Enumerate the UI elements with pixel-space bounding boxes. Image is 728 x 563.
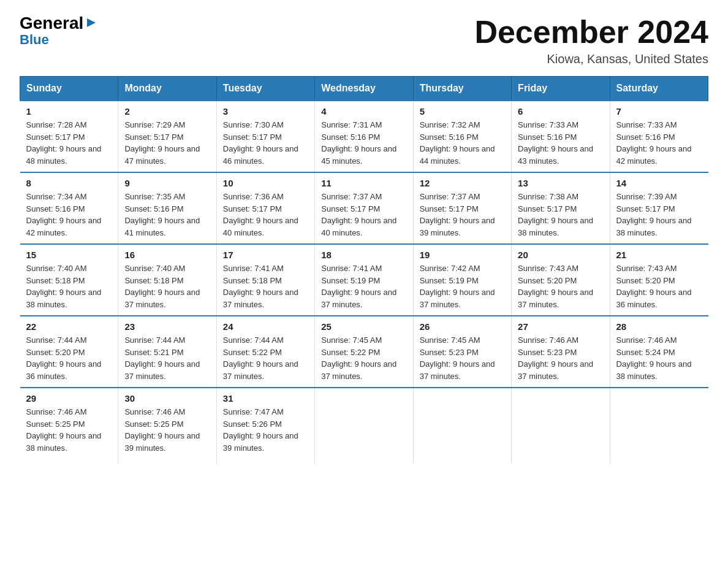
day-number: 29: [26, 393, 112, 404]
calendar-cell: 26 Sunrise: 7:45 AM Sunset: 5:23 PM Dayl…: [413, 316, 511, 388]
logo-text-blue: Blue: [20, 32, 49, 48]
day-info: Sunrise: 7:43 AM Sunset: 5:20 PM Dayligh…: [518, 262, 603, 310]
calendar-cell: 10 Sunrise: 7:36 AM Sunset: 5:17 PM Dayl…: [216, 172, 314, 244]
calendar-week-3: 15 Sunrise: 7:40 AM Sunset: 5:18 PM Dayl…: [20, 244, 708, 316]
day-info: Sunrise: 7:41 AM Sunset: 5:18 PM Dayligh…: [223, 262, 308, 310]
day-number: 12: [420, 178, 505, 188]
calendar-cell: 17 Sunrise: 7:41 AM Sunset: 5:18 PM Dayl…: [216, 244, 314, 316]
calendar-cell: 20 Sunrise: 7:43 AM Sunset: 5:20 PM Dayl…: [512, 244, 610, 316]
day-info: Sunrise: 7:34 AM Sunset: 5:16 PM Dayligh…: [26, 191, 112, 239]
day-number: 15: [26, 250, 112, 260]
day-info: Sunrise: 7:30 AM Sunset: 5:17 PM Dayligh…: [223, 119, 308, 167]
header-friday: Friday: [512, 77, 610, 101]
logo-arrow-icon: [85, 16, 98, 29]
day-number: 21: [616, 250, 702, 260]
header-thursday: Thursday: [413, 77, 511, 101]
calendar-cell: 22 Sunrise: 7:44 AM Sunset: 5:20 PM Dayl…: [20, 316, 118, 388]
day-number: 13: [518, 178, 603, 188]
calendar-cell: 4 Sunrise: 7:31 AM Sunset: 5:16 PM Dayli…: [315, 101, 413, 172]
day-info: Sunrise: 7:36 AM Sunset: 5:17 PM Dayligh…: [223, 191, 308, 239]
day-info: Sunrise: 7:37 AM Sunset: 5:17 PM Dayligh…: [321, 191, 406, 239]
calendar-cell: 5 Sunrise: 7:32 AM Sunset: 5:16 PM Dayli…: [413, 101, 511, 172]
header-wednesday: Wednesday: [315, 77, 413, 101]
calendar-cell: 7 Sunrise: 7:33 AM Sunset: 5:16 PM Dayli…: [610, 101, 708, 172]
day-number: 28: [616, 321, 702, 332]
day-number: 6: [518, 106, 603, 117]
day-number: 25: [321, 321, 406, 332]
calendar-cell: 3 Sunrise: 7:30 AM Sunset: 5:17 PM Dayli…: [216, 101, 314, 172]
day-info: Sunrise: 7:40 AM Sunset: 5:18 PM Dayligh…: [26, 262, 112, 310]
day-number: 10: [223, 178, 308, 188]
calendar-cell: 27 Sunrise: 7:46 AM Sunset: 5:23 PM Dayl…: [512, 316, 610, 388]
day-info: Sunrise: 7:46 AM Sunset: 5:25 PM Dayligh…: [26, 406, 112, 454]
calendar-cell: 11 Sunrise: 7:37 AM Sunset: 5:17 PM Dayl…: [315, 172, 413, 244]
day-info: Sunrise: 7:39 AM Sunset: 5:17 PM Dayligh…: [616, 191, 702, 239]
header-saturday: Saturday: [610, 77, 708, 101]
day-info: Sunrise: 7:32 AM Sunset: 5:16 PM Dayligh…: [420, 119, 505, 167]
calendar-cell: 19 Sunrise: 7:42 AM Sunset: 5:19 PM Dayl…: [413, 244, 511, 316]
header-sunday: Sunday: [20, 77, 118, 101]
day-info: Sunrise: 7:42 AM Sunset: 5:19 PM Dayligh…: [420, 262, 505, 310]
calendar-cell: 15 Sunrise: 7:40 AM Sunset: 5:18 PM Dayl…: [20, 244, 118, 316]
header-row: Sunday Monday Tuesday Wednesday Thursday…: [20, 77, 708, 101]
calendar-cell: 13 Sunrise: 7:38 AM Sunset: 5:17 PM Dayl…: [512, 172, 610, 244]
day-info: Sunrise: 7:40 AM Sunset: 5:18 PM Dayligh…: [124, 262, 210, 310]
day-number: 4: [321, 106, 406, 117]
calendar-week-2: 8 Sunrise: 7:34 AM Sunset: 5:16 PM Dayli…: [20, 172, 708, 244]
day-number: 18: [321, 250, 406, 260]
page-header: General Blue December 2024 Kiowa, Kansas…: [20, 15, 708, 66]
logo-text-general: General: [20, 15, 83, 32]
day-number: 9: [124, 178, 210, 188]
day-info: Sunrise: 7:31 AM Sunset: 5:16 PM Dayligh…: [321, 119, 406, 167]
calendar-cell: 31 Sunrise: 7:47 AM Sunset: 5:26 PM Dayl…: [216, 388, 314, 464]
day-number: 20: [518, 250, 603, 260]
day-number: 22: [26, 321, 112, 332]
day-info: Sunrise: 7:37 AM Sunset: 5:17 PM Dayligh…: [420, 191, 505, 239]
day-info: Sunrise: 7:41 AM Sunset: 5:19 PM Dayligh…: [321, 262, 406, 310]
calendar-cell: 16 Sunrise: 7:40 AM Sunset: 5:18 PM Dayl…: [118, 244, 216, 316]
day-number: 2: [124, 106, 210, 117]
day-number: 19: [420, 250, 505, 260]
calendar-week-5: 29 Sunrise: 7:46 AM Sunset: 5:25 PM Dayl…: [20, 388, 708, 464]
calendar-title: December 2024: [474, 15, 708, 50]
day-info: Sunrise: 7:46 AM Sunset: 5:25 PM Dayligh…: [124, 406, 210, 454]
day-number: 16: [124, 250, 210, 260]
header-monday: Monday: [118, 77, 216, 101]
calendar-cell: [512, 388, 610, 464]
day-number: 30: [124, 393, 210, 404]
calendar-cell: [315, 388, 413, 464]
calendar-cell: 14 Sunrise: 7:39 AM Sunset: 5:17 PM Dayl…: [610, 172, 708, 244]
calendar-table: Sunday Monday Tuesday Wednesday Thursday…: [20, 76, 708, 464]
day-info: Sunrise: 7:46 AM Sunset: 5:23 PM Dayligh…: [518, 334, 603, 382]
calendar-cell: 12 Sunrise: 7:37 AM Sunset: 5:17 PM Dayl…: [413, 172, 511, 244]
calendar-cell: 6 Sunrise: 7:33 AM Sunset: 5:16 PM Dayli…: [512, 101, 610, 172]
calendar-header: Sunday Monday Tuesday Wednesday Thursday…: [20, 77, 708, 101]
day-number: 14: [616, 178, 702, 188]
day-number: 1: [26, 106, 112, 117]
calendar-cell: 9 Sunrise: 7:35 AM Sunset: 5:16 PM Dayli…: [118, 172, 216, 244]
day-info: Sunrise: 7:38 AM Sunset: 5:17 PM Dayligh…: [518, 191, 603, 239]
calendar-cell: 21 Sunrise: 7:43 AM Sunset: 5:20 PM Dayl…: [610, 244, 708, 316]
day-number: 31: [223, 393, 308, 404]
day-info: Sunrise: 7:45 AM Sunset: 5:23 PM Dayligh…: [420, 334, 505, 382]
day-info: Sunrise: 7:33 AM Sunset: 5:16 PM Dayligh…: [616, 119, 702, 167]
calendar-week-1: 1 Sunrise: 7:28 AM Sunset: 5:17 PM Dayli…: [20, 101, 708, 172]
header-tuesday: Tuesday: [216, 77, 314, 101]
calendar-cell: 28 Sunrise: 7:46 AM Sunset: 5:24 PM Dayl…: [610, 316, 708, 388]
day-number: 23: [124, 321, 210, 332]
day-info: Sunrise: 7:28 AM Sunset: 5:17 PM Dayligh…: [26, 119, 112, 167]
calendar-cell: 18 Sunrise: 7:41 AM Sunset: 5:19 PM Dayl…: [315, 244, 413, 316]
day-number: 26: [420, 321, 505, 332]
calendar-cell: [610, 388, 708, 464]
calendar-cell: 29 Sunrise: 7:46 AM Sunset: 5:25 PM Dayl…: [20, 388, 118, 464]
day-info: Sunrise: 7:29 AM Sunset: 5:17 PM Dayligh…: [124, 119, 210, 167]
calendar-body: 1 Sunrise: 7:28 AM Sunset: 5:17 PM Dayli…: [20, 101, 708, 464]
day-info: Sunrise: 7:35 AM Sunset: 5:16 PM Dayligh…: [124, 191, 210, 239]
day-info: Sunrise: 7:45 AM Sunset: 5:22 PM Dayligh…: [321, 334, 406, 382]
logo: General Blue: [20, 15, 98, 48]
calendar-cell: 30 Sunrise: 7:46 AM Sunset: 5:25 PM Dayl…: [118, 388, 216, 464]
calendar-cell: [413, 388, 511, 464]
day-info: Sunrise: 7:44 AM Sunset: 5:20 PM Dayligh…: [26, 334, 112, 382]
day-info: Sunrise: 7:33 AM Sunset: 5:16 PM Dayligh…: [518, 119, 603, 167]
calendar-cell: 8 Sunrise: 7:34 AM Sunset: 5:16 PM Dayli…: [20, 172, 118, 244]
